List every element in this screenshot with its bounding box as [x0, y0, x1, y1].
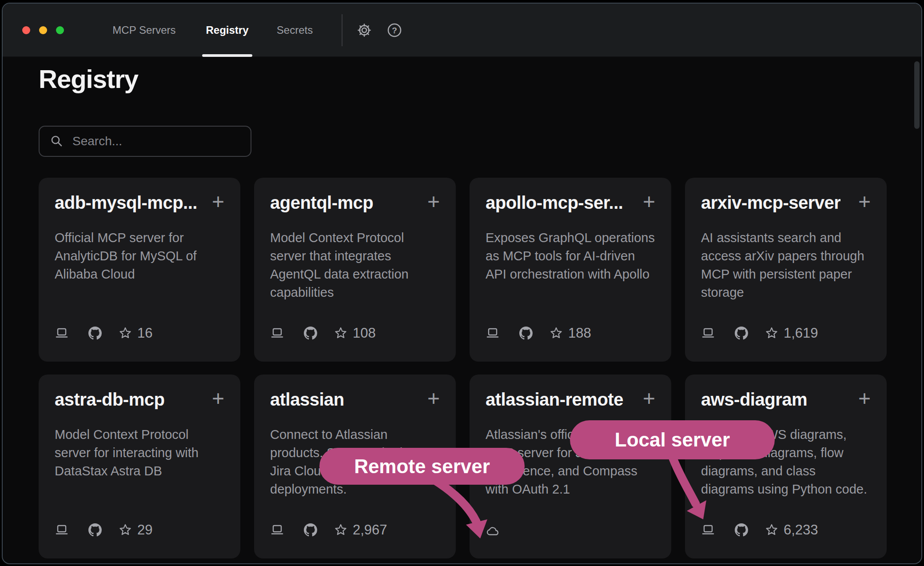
local-server-laptop-icon — [55, 523, 69, 537]
help-icon[interactable]: ? — [387, 23, 402, 38]
github-icon — [735, 523, 748, 537]
add-server-button[interactable]: + — [427, 390, 440, 407]
github-icon — [88, 327, 102, 340]
page-title: Registry — [39, 64, 138, 94]
server-stats: 16 — [55, 325, 152, 341]
tab-mcp-servers[interactable]: MCP Servers — [104, 4, 184, 56]
remote-server-arrow — [422, 475, 502, 546]
github-icon — [519, 327, 533, 340]
toolbar-divider — [342, 14, 343, 46]
server-stats: 188 — [486, 325, 591, 341]
github-icon — [735, 327, 748, 340]
active-tab-indicator — [202, 54, 252, 57]
local-server-laptop-icon — [486, 326, 500, 340]
server-description: Official MCP server for AnalyticDB for M… — [55, 229, 224, 283]
add-server-button[interactable]: + — [212, 390, 224, 407]
add-server-button[interactable]: + — [427, 193, 440, 211]
server-name: astra-db-mcp — [55, 390, 164, 410]
server-name: arxiv-mcp-server — [701, 193, 840, 213]
svg-text:?: ? — [392, 26, 397, 35]
server-stats: 29 — [55, 522, 152, 538]
github-icon — [304, 327, 317, 340]
zoom-window-button[interactable] — [56, 26, 64, 34]
local-server-laptop-icon — [270, 326, 284, 340]
server-name: atlassian — [270, 390, 344, 410]
local-server-callout-label: Local server — [615, 429, 730, 451]
star-icon — [765, 523, 778, 537]
server-name: apollo-mcp-ser... — [486, 193, 623, 213]
server-name: atlassian-remote — [486, 390, 623, 410]
add-server-button[interactable]: + — [858, 390, 871, 407]
server-name: aws-diagram — [701, 390, 807, 410]
add-server-button[interactable]: + — [212, 193, 224, 211]
tab-registry[interactable]: Registry — [202, 4, 252, 56]
server-stats: 108 — [270, 325, 376, 341]
server-name: agentql-mcp — [270, 193, 373, 213]
github-icon — [304, 523, 317, 537]
server-card[interactable]: arxiv-mcp-server + AI assistants search … — [685, 178, 887, 362]
star-count: 108 — [353, 325, 376, 341]
server-stats: 1,619 — [701, 325, 818, 341]
star-count: 1,619 — [784, 325, 818, 341]
server-card[interactable]: apollo-mcp-ser... + Exposes GraphQL oper… — [470, 178, 671, 362]
star-icon — [334, 523, 347, 537]
star-icon — [334, 327, 347, 340]
github-icon — [88, 523, 102, 537]
add-server-button[interactable]: + — [858, 193, 871, 211]
server-card[interactable]: astra-db-mcp + Model Context Protocol se… — [39, 375, 240, 558]
tab-secrets[interactable]: Secrets — [271, 4, 318, 56]
server-description: AI assistants search and access arXiv pa… — [701, 229, 871, 302]
add-server-button[interactable]: + — [643, 390, 655, 407]
star-count: 188 — [568, 325, 591, 341]
server-card[interactable]: adb-mysql-mcp... + Official MCP server f… — [39, 178, 240, 362]
title-bar: MCP Servers Registry Secrets ? — [3, 4, 921, 57]
star-icon — [119, 327, 132, 340]
local-server-callout: Local server — [570, 420, 775, 459]
vertical-scrollbar-thumb[interactable] — [914, 61, 920, 129]
local-server-arrow — [649, 457, 733, 528]
server-card[interactable]: agentql-mcp + Model Context Protocol ser… — [254, 178, 456, 362]
remote-server-callout-label: Remote server — [354, 455, 490, 478]
star-count: 2,967 — [353, 522, 387, 538]
server-description: Exposes GraphQL operations as MCP tools … — [486, 229, 655, 283]
star-icon — [119, 523, 132, 537]
search-icon — [50, 135, 64, 148]
local-server-laptop-icon — [701, 326, 715, 340]
star-icon — [550, 327, 563, 340]
server-name: adb-mysql-mcp... — [55, 193, 197, 213]
add-server-button[interactable]: + — [643, 193, 655, 211]
star-count: 29 — [137, 522, 152, 538]
star-count: 16 — [137, 325, 152, 341]
close-window-button[interactable] — [22, 26, 30, 34]
minimize-window-button[interactable] — [39, 26, 47, 34]
local-server-laptop-icon — [55, 326, 69, 340]
settings-gear-icon[interactable] — [357, 23, 372, 38]
star-count: 6,233 — [784, 522, 818, 538]
server-description: Model Context Protocol server for intera… — [55, 426, 224, 480]
remote-server-callout: Remote server — [319, 448, 525, 485]
server-stats: 2,967 — [270, 522, 387, 538]
search-box — [39, 126, 251, 157]
star-icon — [765, 327, 778, 340]
search-input[interactable] — [72, 134, 245, 149]
server-description: Model Context Protocol server that integ… — [270, 229, 440, 302]
local-server-laptop-icon — [270, 523, 284, 537]
